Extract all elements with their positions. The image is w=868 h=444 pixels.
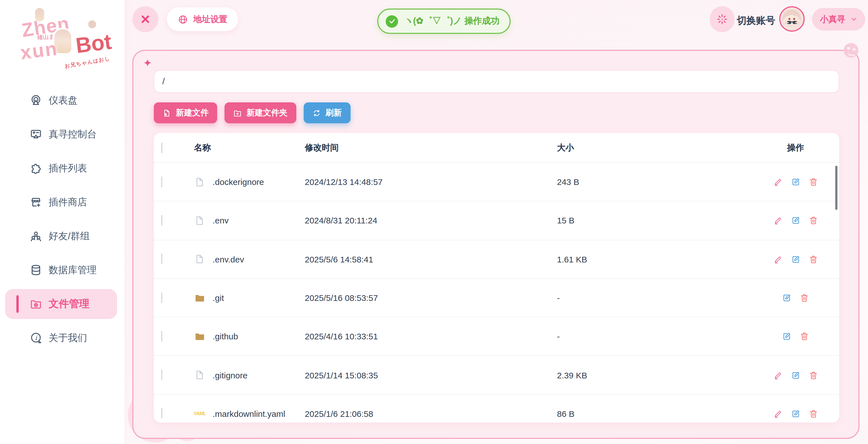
row-checkbox[interactable] [161,215,162,226]
file-table-body: YAML .dockerignore 2024/12/13 14:48:57 2… [154,163,839,422]
edit-pencil-button[interactable] [773,409,783,419]
file-table: 名称 修改时间 大小 操作 YAML .dockerignore 2024/12… [154,133,839,422]
address-settings-button[interactable]: 地址设置 [167,7,238,31]
file-size: - [552,332,752,341]
file-size: 15 B [552,216,752,226]
delete-trash-button[interactable] [800,293,809,303]
edit-pencil-button[interactable] [773,370,783,380]
info-icon [29,331,42,344]
row-checkbox[interactable] [161,331,162,342]
sidebar-item-console[interactable]: 真寻控制台 [8,123,117,145]
chevron-down-icon [850,16,857,23]
table-row: YAML .env 2024/8/31 20:11:24 15 B [154,202,839,240]
folder-gear-icon [29,297,42,310]
sidebar: Zhen 绪山まひろ xun Bot お兄ちゃんはおし 仪表盘 真寻控制台 插件… [0,0,124,444]
avatar-image [780,7,803,30]
table-scrollbar[interactable] [835,166,837,210]
delete-trash-button[interactable] [800,332,809,341]
sidebar-item-plugin-store[interactable]: 插件商店 [8,190,117,213]
close-button[interactable] [132,6,158,32]
rename-edit-button[interactable] [791,177,800,187]
new-file-button[interactable]: 新建文件 [154,102,217,123]
logo-word-xun: xun [19,37,59,64]
file-icon [194,369,205,381]
folder-icon [194,331,205,342]
rename-edit-button[interactable] [782,332,792,341]
logo-chibi-character-2 [88,20,96,28]
smiley-decoration-icon [844,43,858,58]
folder-plus-icon [233,108,242,117]
sidebar-item-friends-groups[interactable]: 好友/群组 [8,225,117,247]
file-name: .env.dev [213,254,244,264]
delete-trash-button[interactable] [808,177,818,187]
file-name-cell: YAML .git [185,292,300,303]
file-size: 86 B [552,409,752,419]
burst-icon [716,13,728,25]
edit-pencil-button[interactable] [773,216,783,226]
table-header: 名称 修改时间 大小 操作 [154,133,839,163]
console-icon [29,127,42,141]
switch-account-label[interactable]: 切换账号 [737,14,775,27]
brand-logo: Zhen 绪山まひろ xun Bot お兄ちゃんはおし [6,4,119,71]
rename-edit-button[interactable] [782,293,792,303]
success-check-icon [386,15,398,27]
row-actions [752,177,839,187]
row-checkbox[interactable] [161,408,162,419]
header-actions: 操作 [752,142,839,153]
account-name: 小真寻 [820,14,845,25]
row-actions [752,409,839,419]
success-toast: ヽ(✿゜▽゜)ノ 操作成功 [377,8,510,34]
delete-trash-button[interactable] [808,254,818,264]
modified-time: 2025/4/16 10:33:51 [300,332,552,341]
sidebar-item-dashboard[interactable]: 仪表盘 [8,89,117,112]
modified-time: 2024/8/31 20:11:24 [300,216,552,226]
edit-pencil-button[interactable] [773,254,783,264]
sidebar-item-about[interactable]: 关于我们 [8,326,117,349]
row-checkbox[interactable] [161,254,162,264]
file-icon [194,215,205,226]
delete-trash-button[interactable] [808,409,818,419]
yaml-file-icon: YAML [194,408,205,419]
modified-time: 2025/5/6 14:58:41 [300,254,552,264]
rename-edit-button[interactable] [791,370,800,380]
sidebar-item-plugin-list[interactable]: 插件列表 [8,157,117,179]
row-checkbox[interactable] [161,292,162,303]
app-window: Zhen 绪山まひろ xun Bot お兄ちゃんはおし 仪表盘 真寻控制台 插件… [0,0,868,444]
file-name-cell: YAML .env.dev [185,254,300,265]
row-checkbox[interactable] [161,369,162,380]
select-all-checkbox[interactable] [161,142,162,153]
delete-trash-button[interactable] [808,216,818,226]
row-checkbox[interactable] [161,176,162,187]
file-name-cell: YAML .env [185,215,300,226]
globe-icon [178,14,188,25]
spark-action-button[interactable] [710,6,735,32]
table-row: YAML .dockerignore 2024/12/13 14:48:57 2… [154,163,839,202]
sidebar-item-file-manager[interactable]: 文件管理 [5,289,117,319]
sidebar-nav: 仪表盘 真寻控制台 插件列表 插件商店 好友/群组 数据库管理 文件管理 关于我… [0,89,124,360]
close-icon [139,13,152,25]
account-menu[interactable]: 小真寻 [812,8,865,31]
file-size: 243 B [552,177,752,187]
new-folder-button[interactable]: 新建文件夹 [224,102,296,123]
file-name: .github [213,332,238,341]
sidebar-item-database[interactable]: 数据库管理 [8,259,117,281]
rename-edit-button[interactable] [791,216,800,226]
dashboard-icon [29,94,42,107]
delete-trash-button[interactable] [808,370,818,380]
rename-edit-button[interactable] [791,254,800,264]
row-actions [752,216,839,226]
user-avatar[interactable] [779,6,805,32]
store-icon [29,196,42,208]
file-icon [194,254,205,265]
refresh-icon [312,108,321,117]
modified-time: 2025/1/6 21:06:58 [300,409,552,419]
file-name: .git [213,293,224,303]
edit-pencil-button[interactable] [773,177,783,187]
users-icon [29,229,42,242]
file-size: 2.39 KB [552,370,752,380]
file-size: - [552,293,752,303]
refresh-button[interactable]: 刷新 [303,102,350,123]
row-actions [752,293,839,303]
rename-edit-button[interactable] [791,409,800,419]
path-input[interactable] [154,70,839,93]
